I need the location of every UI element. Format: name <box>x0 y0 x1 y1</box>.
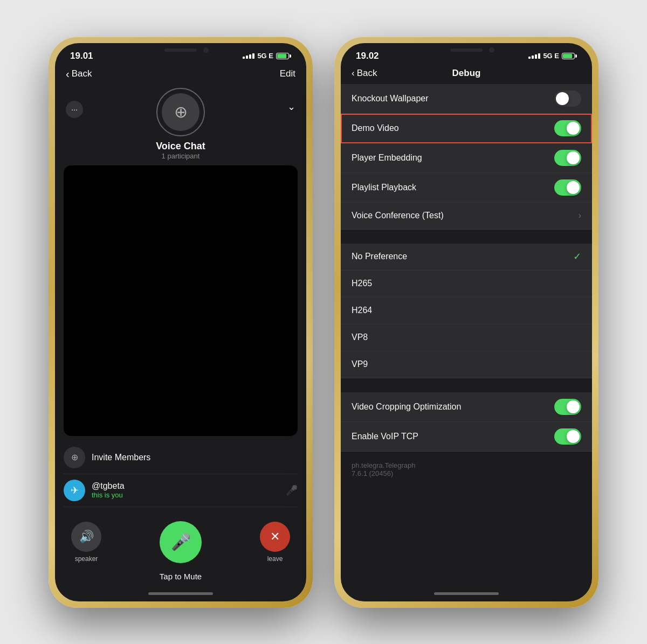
settings-section-1: Knockout Wallpaper Demo Video Player Emb… <box>341 84 592 230</box>
battery-cap-1 <box>290 54 291 58</box>
telegram-icon: ✈ <box>71 484 79 496</box>
gap-2 <box>341 379 592 392</box>
knockout-wallpaper-label: Knockout Wallpaper <box>352 94 429 103</box>
voice-chat-subtitle: 1 participant <box>162 152 200 160</box>
debug-nav: ‹ Back Debug <box>341 65 592 84</box>
battery-icon-2 <box>562 53 577 59</box>
vp8-row[interactable]: VP8 <box>341 324 592 351</box>
voice-chat-avatar: ⊕ <box>156 88 205 136</box>
network-type-2: 5G E <box>543 52 559 60</box>
voice-conference-row[interactable]: Voice Conference (Test) › <box>341 203 592 230</box>
player-embedding-toggle[interactable] <box>554 150 581 166</box>
signal-bars-1 <box>243 53 254 59</box>
no-preference-label: No Preference <box>352 252 407 261</box>
status-icons-2: 5G E <box>528 52 577 60</box>
vp8-label: VP8 <box>352 333 368 342</box>
voice-conference-chevron-icon: › <box>579 211 581 220</box>
leave-button[interactable]: ✕ leave <box>260 522 290 563</box>
notch-1 <box>143 43 218 59</box>
settings-list: Knockout Wallpaper Demo Video Player Emb… <box>341 84 592 586</box>
h265-row[interactable]: H265 <box>341 271 592 297</box>
phone-2: 19.02 5G E ‹ <box>334 37 598 608</box>
compass-icon: ⊕ <box>174 102 188 121</box>
status-time-2: 19.02 <box>356 51 379 61</box>
invite-members-label: Invite Members <box>92 453 150 462</box>
version-number: 7.6.1 (20456) <box>352 469 581 477</box>
battery-fill-1 <box>277 54 286 58</box>
notch-camera-2 <box>489 47 494 53</box>
toggle-knob-5 <box>567 400 580 413</box>
controls-area: 🔊 speaker 🎤 ✕ leave <box>55 513 306 572</box>
signal-bar-4 <box>252 53 254 59</box>
h264-label: H264 <box>352 306 372 315</box>
more-options-button[interactable]: ··· <box>66 101 83 118</box>
user-info: @tgbeta this is you <box>92 481 279 499</box>
leave-label: leave <box>267 555 283 563</box>
playlist-playback-label: Playlist Playback <box>352 183 416 192</box>
toggle-knob-3 <box>567 151 580 164</box>
user-subtitle: this is you <box>92 491 279 499</box>
video-cropping-toggle[interactable] <box>554 399 581 415</box>
notch-2 <box>429 43 504 59</box>
player-embedding-row[interactable]: Player Embedding <box>341 143 592 173</box>
speaker-label: speaker <box>75 555 98 563</box>
status-icons-1: 5G E <box>243 52 291 60</box>
status-time-1: 19.01 <box>70 51 93 61</box>
chevron-down-icon[interactable]: ⌄ <box>287 101 295 113</box>
leave-circle: ✕ <box>260 522 290 552</box>
toggle-knob <box>556 92 569 105</box>
nav-bar-1: ‹ Back Edit <box>55 65 306 86</box>
avatar-inner: ⊕ <box>162 93 199 131</box>
knockout-wallpaper-row[interactable]: Knockout Wallpaper <box>341 84 592 114</box>
playlist-playback-toggle[interactable] <box>554 179 581 196</box>
home-indicator-1 <box>55 586 306 601</box>
video-cropping-row[interactable]: Video Cropping Optimization <box>341 392 592 422</box>
player-embedding-label: Player Embedding <box>352 153 422 163</box>
person-add-icon: ⊕ <box>71 452 78 462</box>
voice-chat-title: Voice Chat <box>156 141 205 152</box>
h264-row[interactable]: H264 <box>341 297 592 324</box>
toggle-knob-6 <box>567 430 580 443</box>
debug-title: Debug <box>409 68 524 79</box>
battery-icon-1 <box>276 53 291 59</box>
voip-tcp-row[interactable]: Enable VoIP TCP <box>341 422 592 452</box>
mute-button[interactable]: 🎤 <box>160 521 202 563</box>
voice-chat-info: Voice Chat 1 participant <box>156 141 205 160</box>
phone-1: 19.01 5G E ‹ <box>49 37 313 608</box>
back-chevron-1: ‹ <box>66 68 70 80</box>
debug-back-label: Back <box>357 68 377 79</box>
video-area <box>64 165 298 436</box>
back-label-1: Back <box>72 68 92 79</box>
notch-speaker-2 <box>450 49 483 52</box>
vp9-row[interactable]: VP9 <box>341 351 592 378</box>
back-button-1[interactable]: ‹ Back <box>66 68 92 80</box>
home-bar-2 <box>434 592 499 595</box>
demo-video-toggle[interactable] <box>554 120 581 136</box>
notch-speaker-1 <box>164 49 197 52</box>
user-avatar: ✈ <box>64 480 85 501</box>
codec-section: No Preference ✓ H265 H264 VP8 VP9 <box>341 244 592 378</box>
edit-button-1[interactable]: Edit <box>280 68 295 79</box>
home-bar-1 <box>148 592 213 595</box>
demo-video-label: Demo Video <box>352 123 399 133</box>
voip-tcp-toggle[interactable] <box>554 428 581 445</box>
mic-circle: 🎤 <box>160 521 202 563</box>
toggle-knob-2 <box>567 122 580 135</box>
battery-body-1 <box>276 53 289 59</box>
voice-chat-header: ··· ⊕ ⌄ Voice Chat 1 participant <box>55 86 306 165</box>
signal-bar-3 <box>249 54 251 59</box>
gap-1 <box>341 231 592 244</box>
back-chevron-2: ‹ <box>352 68 355 79</box>
bundle-id: ph.telegra.Telegraph <box>352 461 581 469</box>
knockout-wallpaper-toggle[interactable] <box>554 91 581 107</box>
invite-members-row[interactable]: ⊕ Invite Members <box>64 441 298 474</box>
speaker-button[interactable]: 🔊 speaker <box>71 522 101 563</box>
checkmark-icon: ✓ <box>573 251 581 262</box>
signal-bars-2 <box>528 53 540 59</box>
network-type-1: 5G E <box>257 52 273 60</box>
demo-video-row[interactable]: Demo Video <box>341 114 592 143</box>
video-cropping-label: Video Cropping Optimization <box>352 402 461 412</box>
playlist-playback-row[interactable]: Playlist Playback <box>341 173 592 203</box>
debug-back-button[interactable]: ‹ Back <box>352 68 409 79</box>
no-preference-row[interactable]: No Preference ✓ <box>341 244 592 271</box>
